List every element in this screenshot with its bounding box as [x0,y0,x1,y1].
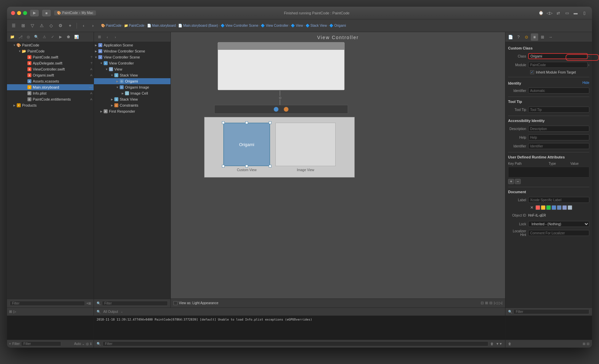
storyboard-canvas[interactable]: View Controller ⊙ ▼ [171,32,505,298]
activity-button[interactable]: ⌚ [537,9,545,17]
play-button[interactable]: ▶ [30,9,39,17]
custom-view-box[interactable]: Origami [223,123,270,166]
add-debug-btn[interactable]: + [9,342,11,346]
bottom-right-filter[interactable] [513,309,589,314]
breadcrumb-storyboard-base[interactable]: 📄 Main.storyboard (Base) [178,24,218,27]
remove-runtime-attr-btn[interactable]: − [515,179,521,184]
identity-inspector-btn[interactable]: ⊙ [523,33,530,41]
inherit-module-checkbox[interactable] [530,70,534,74]
scene-stackview[interactable]: S Stack View [94,72,170,78]
lock-select[interactable]: Inherited - (Nothing) [528,221,589,227]
arrow-vc[interactable] [99,61,103,65]
breadcrumb-vcscene[interactable]: 🔷 View Controller Scene [221,24,259,27]
tree-item-viewcontroller[interactable]: S ViewController.swift A [7,66,94,72]
file-filter-input[interactable] [10,301,85,306]
tree-item-paintcode-root[interactable]: 🎨 PaintCode [7,42,94,48]
scene-icon[interactable]: ⊞ [96,34,103,40]
connections-inspector-btn[interactable]: → [547,33,554,41]
scene-origami-image[interactable]: O Origami Image [94,84,170,90]
scene-viewcontroller[interactable]: V View Controller Scene [94,54,170,60]
breadcrumb-mainstoryboard[interactable]: 📄 Main.storyboard [147,24,176,27]
breadcrumb-paintcode2[interactable]: 📁 PaintCode [124,24,144,27]
tree-item-paintcode-group[interactable]: 📂 PaintCode [7,48,94,54]
identity-hide-link[interactable]: Hide [582,81,589,85]
arrow-products[interactable] [12,103,16,107]
layout-btn1[interactable]: |◁ [494,301,497,305]
delete-log-btn[interactable]: 🗑 [508,342,511,346]
help-field[interactable] [528,134,589,140]
acc-identifier-field[interactable] [528,143,589,149]
scene-filter-input[interactable] [102,301,168,306]
breadcrumb-vc[interactable]: 🔷 View Controller [261,24,288,27]
scene-vc[interactable]: V View Controller [94,60,170,66]
color-swatch-blue1[interactable] [552,205,556,210]
tree-item-storyboard[interactable]: S Main.storyboard — [7,84,94,90]
arrow-origami[interactable] [115,79,119,83]
warning-icon[interactable]: ⚠ [38,22,46,29]
debug-nav-icon[interactable]: ▶ [57,34,64,40]
breadcrumb-view[interactable]: 🔷 View [291,24,303,27]
stop-button[interactable]: ■ [42,9,51,17]
arrow-stackview[interactable] [110,73,114,77]
scene-first-responder[interactable]: R First Responder [94,108,170,114]
layout-btn2[interactable]: ▷| [499,301,502,305]
zoom-fit-btn[interactable]: ⊡ [481,301,484,305]
scene-view[interactable]: V View [94,66,170,72]
color-swatch-blue4[interactable] [568,205,572,210]
filter-icon[interactable]: ▽ [28,22,36,29]
handle-tm[interactable] [245,121,248,124]
back-forward-button[interactable]: ⇄ [555,9,562,17]
arrow-paintcode-group[interactable] [18,49,22,53]
arrow-window-scene[interactable] [94,49,98,53]
add-runtime-attr-btn[interactable]: + [508,179,514,184]
settings-icon[interactable]: ⚙ [56,22,65,29]
handle-tr[interactable] [269,121,271,124]
arrow-first-responder[interactable] [99,109,103,113]
description-field[interactable] [528,126,589,132]
zoom-out-btn[interactable]: ⊟ [489,301,492,305]
arrow-vc-scene[interactable] [94,55,98,59]
debug-area-toggle[interactable]: ⊞ [9,310,12,314]
color-swatch-blue3[interactable] [562,205,567,210]
code-review-button[interactable]: ◁▷ [546,9,553,17]
class-field[interactable] [528,53,588,59]
color-swatch-red[interactable] [535,205,540,210]
breadcrumb-paintcode1[interactable]: 🎨 PaintCode [101,24,121,27]
arrow-origami-image[interactable] [115,85,119,89]
inspect-toggle[interactable]: ◎ [86,342,89,346]
layout-button2[interactable]: ▬ [572,9,579,17]
arrow-stackview2[interactable] [110,97,114,101]
handle-tl[interactable] [222,121,225,124]
layout-button1[interactable]: ▭ [563,9,571,17]
handle-bm[interactable] [245,165,248,167]
tree-item-appdelegate[interactable]: S AppDelegate.swift ? [7,60,94,66]
link-icon[interactable]: ⌖ [66,22,74,29]
tree-item-paintcode-swift[interactable]: S PaintCode.swift ? [7,54,94,60]
back-icon[interactable]: ‹ [80,22,88,29]
color-x-btn[interactable]: ✕ [530,205,533,210]
forward-icon[interactable]: › [89,22,97,29]
scene-stackview2[interactable]: S Stack View [94,96,170,102]
size-inspector-btn[interactable]: ⊞ [539,33,546,41]
symbol-nav-icon[interactable]: ◎ [25,34,32,40]
scene-constraints[interactable]: C Constraints [94,102,170,108]
tree-item-products[interactable]: P Products [7,102,94,108]
appearance-checkbox[interactable] [173,301,177,305]
report-icon[interactable]: 📊 [73,34,80,40]
stack-content[interactable]: Origami Custom View [204,117,355,177]
arrow-view[interactable] [105,67,109,71]
label-field-input[interactable] [528,197,589,203]
tree-item-entitlements[interactable]: E PaintCode.entitlements A [7,96,94,102]
storyboard-back-btn[interactable]: ‹ [104,34,111,40]
split-view-btn1[interactable]: ⊞ [583,342,585,346]
diamond-icon[interactable]: ◇ [47,22,55,29]
scene-origami[interactable]: O Origami [94,78,170,84]
arrow-app-scene[interactable] [94,43,98,47]
color-swatch-blue2[interactable] [557,205,562,210]
class-arrow-btn[interactable]: › [588,54,589,58]
clear-log-btn[interactable]: 🗑 [490,342,494,346]
breadcrumb-origami[interactable]: 🔷 Origami [329,24,346,27]
breadcrumb-stackview[interactable]: 🔷 Stack View [306,24,327,27]
attributes-inspector-btn[interactable]: ≡ [531,33,538,41]
arrow-paintcode-root[interactable] [12,43,16,47]
